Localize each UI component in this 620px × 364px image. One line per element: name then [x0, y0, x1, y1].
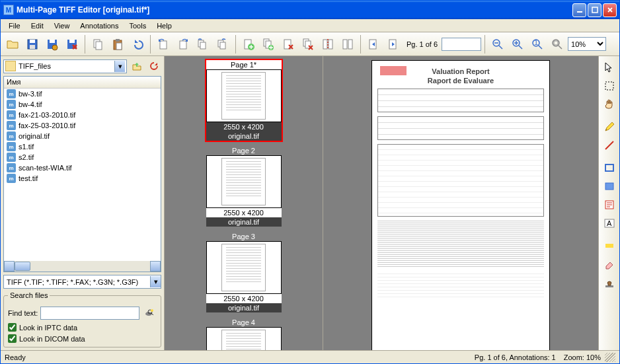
rotate-left-button[interactable]	[154, 35, 173, 54]
thumbnail[interactable]: Page 1*2550 x 4200original.tif	[205, 59, 283, 142]
zoom-in-button[interactable]	[508, 35, 527, 54]
rotate-all-right-button[interactable]	[213, 35, 232, 54]
file-item[interactable]: mtest.tif	[4, 173, 161, 184]
app-icon: M	[3, 5, 14, 15]
file-item[interactable]: ms2.tif	[4, 152, 161, 163]
menu-bar: File Edit View Annotations Tools Help	[1, 19, 619, 32]
svg-rect-9	[69, 40, 75, 43]
h-scrollbar[interactable]	[4, 261, 161, 272]
zoom-fit-button[interactable]	[548, 35, 566, 54]
svg-rect-40	[554, 41, 558, 45]
file-list: Имя mbw-3.tifmbw-4.tifmfax-21-03-2010.ti…	[3, 76, 161, 272]
page-input[interactable]	[442, 38, 481, 51]
refresh-button[interactable]	[147, 59, 161, 73]
svg-text:1: 1	[534, 38, 538, 46]
svg-rect-18	[200, 42, 206, 49]
remove-pages-button[interactable]	[299, 35, 317, 54]
rotate-right-button[interactable]	[174, 35, 192, 54]
file-item[interactable]: mbw-3.tif	[4, 89, 161, 99]
menu-view[interactable]: View	[49, 20, 75, 31]
undo-button[interactable]	[128, 35, 147, 54]
svg-rect-44	[605, 82, 613, 90]
rect-fill-tool[interactable]	[601, 178, 618, 195]
thumbnail[interactable]: Page 4	[205, 316, 283, 350]
copy-button[interactable]	[89, 35, 107, 54]
text-tool[interactable]: A	[601, 215, 618, 232]
next-page-button[interactable]	[384, 35, 403, 54]
line-tool[interactable]	[601, 137, 618, 154]
svg-rect-31	[343, 40, 347, 49]
close-button[interactable]	[603, 3, 617, 17]
svg-rect-3	[30, 40, 35, 43]
svg-rect-16	[180, 41, 186, 49]
page-preview[interactable]: Valuation Report Raport de Evaluare	[323, 56, 598, 350]
file-name: fax-25-03-2010.tif	[19, 122, 75, 129]
menu-tools[interactable]: Tools	[124, 20, 151, 31]
file-item[interactable]: mbw-4.tif	[4, 99, 161, 110]
eraser-tool[interactable]	[601, 256, 618, 273]
file-type-filter[interactable]: TIFF (*.TIF; *.TIFF; *.FAX; *.G3N; *.G3F…	[3, 275, 161, 289]
look-iptc-checkbox[interactable]: Look in IPTC data	[8, 323, 157, 332]
menu-help[interactable]: Help	[151, 20, 177, 31]
svg-rect-29	[323, 40, 327, 49]
file-name: test.tif	[19, 174, 38, 182]
thumbnail[interactable]: Page 32550 x 4200original.tif	[205, 231, 283, 314]
file-item[interactable]: ms1.tif	[4, 141, 161, 152]
file-item[interactable]: mfax-21-03-2010.tif	[4, 110, 161, 120]
save-button[interactable]	[23, 35, 42, 54]
thumb-dimensions: 2550 x 4200	[206, 294, 282, 303]
remove-page-button[interactable]	[279, 35, 297, 54]
search-button[interactable]	[142, 306, 157, 320]
add-pages-button[interactable]	[259, 35, 278, 54]
look-dicom-checkbox[interactable]: Look in DICOM data	[8, 334, 157, 343]
hand-tool[interactable]	[601, 96, 618, 113]
title-bar: M Multi-Page TIFF Editor [original.tif*]	[1, 1, 619, 19]
annotation-toolbar: A	[598, 56, 619, 350]
chevron-down-icon[interactable]: ▾	[114, 61, 125, 72]
document-page: Valuation Report Raport de Evaluare	[371, 60, 550, 350]
file-name: scan-test-WIA.tif	[19, 164, 72, 172]
page-label: Pg. 1 of 6	[407, 40, 438, 48]
save-page-button[interactable]	[43, 35, 61, 54]
file-item[interactable]: mscan-test-WIA.tif	[4, 163, 161, 173]
pencil-tool[interactable]	[601, 118, 618, 135]
pointer-tool[interactable]	[601, 59, 618, 76]
filter-text: TIFF (*.TIF; *.TIFF; *.FAX; *.G3N; *.G3F…	[7, 278, 150, 286]
find-text-input[interactable]	[40, 307, 139, 320]
zoom-actual-button[interactable]: 1	[528, 35, 547, 54]
chevron-down-icon[interactable]: ▾	[150, 276, 161, 287]
menu-edit[interactable]: Edit	[26, 20, 49, 31]
resize-grip[interactable]	[605, 353, 615, 362]
select-area-tool[interactable]	[601, 77, 618, 94]
highlight-tool[interactable]	[601, 237, 618, 254]
zoom-out-button[interactable]	[488, 35, 507, 54]
thumb-image	[206, 69, 282, 122]
open-button[interactable]	[3, 35, 22, 54]
doc-subtitle: Raport de Evaluare	[377, 77, 544, 85]
stamp-tool[interactable]	[601, 274, 618, 291]
menu-annotations[interactable]: Annotations	[75, 20, 124, 31]
column-header-name[interactable]: Имя	[4, 77, 161, 89]
thumbnail[interactable]: Page 22550 x 4200original.tif	[205, 145, 283, 228]
merge-button[interactable]	[338, 35, 357, 54]
rotate-all-left-button[interactable]	[194, 35, 212, 54]
paste-button[interactable]	[108, 35, 127, 54]
split-button[interactable]	[319, 35, 337, 54]
maximize-button[interactable]	[588, 3, 601, 17]
zoom-select[interactable]: 10%	[568, 37, 606, 51]
file-icon: m	[7, 142, 16, 151]
folder-combo[interactable]: TIFF_files ▾	[3, 59, 127, 73]
file-item[interactable]: mfax-25-03-2010.tif	[4, 120, 161, 131]
svg-rect-13	[116, 39, 120, 42]
rect-outline-tool[interactable]	[601, 159, 618, 176]
prev-page-button[interactable]	[364, 35, 383, 54]
folder-up-button[interactable]	[130, 59, 144, 73]
minimize-button[interactable]	[572, 3, 586, 17]
menu-file[interactable]: File	[3, 20, 26, 31]
delete-page-button[interactable]	[63, 35, 81, 54]
file-item[interactable]: moriginal.tif	[4, 131, 161, 141]
add-page-button[interactable]	[239, 35, 258, 54]
file-icon: m	[7, 121, 16, 130]
svg-rect-11	[96, 42, 102, 50]
note-tool[interactable]	[601, 196, 618, 213]
